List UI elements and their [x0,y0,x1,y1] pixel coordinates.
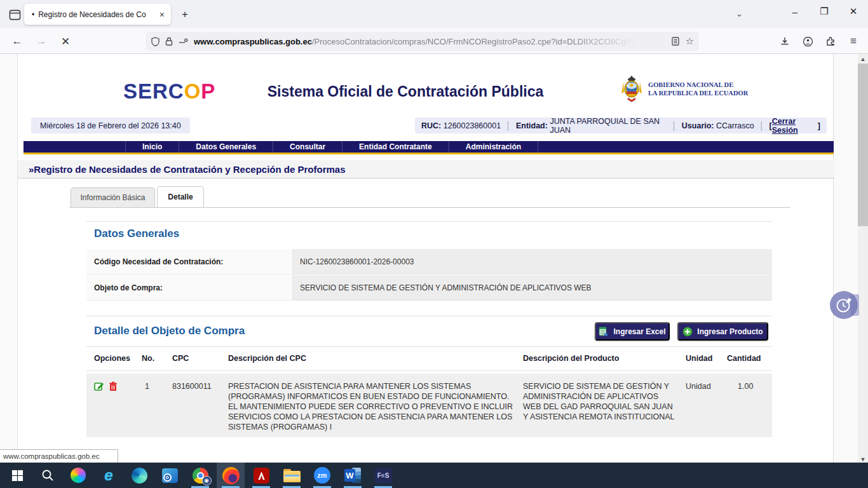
clock-rocket-icon [834,295,853,315]
nav-item-administracion[interactable]: Administración [449,141,538,152]
floating-clock-widget[interactable] [830,291,858,319]
edit-icon[interactable] [94,381,104,391]
zoom-icon: zm [314,467,330,484]
taskbar-outlook-button[interactable]: o [156,463,184,488]
copilot-icon [71,468,86,483]
taskbar-edge-button[interactable] [125,463,153,488]
status-link-preview: www.compraspublicas.gob.ec [0,449,118,463]
nav-item-inicio[interactable]: Inicio [125,141,179,152]
firefox-icon [222,467,240,484]
taskbar-word-button[interactable]: W [339,463,367,488]
internet-explorer-icon: e [104,466,112,484]
col-cantidad: Cantidad [727,354,761,363]
panel-top-border [69,207,790,208]
divider [86,316,772,316]
reader-mode-icon[interactable] [672,37,679,46]
window-close-button[interactable]: ✕ [839,0,868,23]
objeto-value: SERVICIO DE SISTEMA DE GESTIÓN Y ADMINIS… [292,275,772,301]
ingresar-excel-label: Ingresar Excel [613,327,665,336]
stop-loading-icon[interactable]: ✕ [57,33,74,50]
cell-unidad: Unidad [686,381,711,391]
user-value: CCarrasco [716,121,754,130]
url-bar[interactable]: www.compraspublicas.gob.ec/ProcesoContra… [146,32,699,51]
forward-icon[interactable]: → [33,33,50,50]
col-opciones: Opciones [94,354,130,363]
field-row-codigo: Código Necesidad de Contratación: NIC-12… [86,249,772,274]
page-body: SERCOP Sistema Oficial de Contratación P… [17,54,834,464]
datos-generales-heading: Datos Generales [94,227,179,240]
scroll-up-icon[interactable]: ▲ [858,54,868,64]
tab-informacion-basica[interactable]: Información Básica [71,187,155,207]
back-icon[interactable]: ← [9,33,25,50]
taskbar-search-button[interactable] [34,463,62,488]
divider [86,221,772,222]
col-desc-cpc: Descripción del CPC [228,354,306,363]
file-explorer-icon [283,469,301,482]
codigo-value: NIC-1260023860001-2026-00003 [292,249,772,274]
gov-line1: GOBIERNO NACIONAL DE [648,81,748,89]
word-icon: W [344,468,361,483]
system-title: Sistema Oficial de Contratación Pública [208,83,602,100]
menu-hamburger-icon[interactable]: ≡ [845,33,862,50]
taskbar-acrobat-button[interactable] [247,463,275,488]
taskbar-fes-button[interactable]: F≡S [369,463,397,488]
new-tab-button[interactable]: + [178,8,192,22]
separator: │ [759,121,764,130]
extensions-puzzle-icon[interactable] [822,33,839,50]
field-row-objeto: Objeto de Compra: SERVICIO DE SISTEMA DE… [86,275,772,301]
bookmark-star-icon[interactable]: ☆ [686,36,694,47]
taskbar-chrome-button[interactable]: ◉ [186,463,214,488]
detalle-heading: Detalle del Objeto de Compra [94,325,245,337]
lock-icon[interactable] [165,37,173,46]
vertical-scrollbar[interactable]: ▲ ▼ [858,54,868,464]
ingresar-producto-label: Ingresar Producto [697,327,763,336]
table-header-row: Opciones No. CPC Descripción del CPC Des… [18,354,834,367]
taskbar-explorer-button[interactable] [278,463,306,488]
taskbar-ie-button[interactable]: e [95,463,123,488]
sercop-logo-serc: SERC [123,79,184,103]
edge-icon [132,468,147,484]
nav-item-consultar[interactable]: Consultar [273,141,342,152]
firefox-view-icon[interactable] [6,6,23,23]
nav-item-entidad-contratante[interactable]: Entidad Contratante [342,141,449,152]
tab-unsaved-indicator: • [32,10,34,19]
cell-no: 1 [145,381,149,391]
col-unidad: Unidad [686,354,712,363]
tab-close-icon[interactable]: × [158,10,166,20]
main-nav: Inicio Datos Generales Consultar Entidad… [24,141,834,154]
logout-link[interactable]: Cerrar Sesión [772,117,818,135]
cell-cpc-desc: PRESTACION DE ASISTENCIA PARA MANTENER L… [228,381,513,432]
windows-logo-icon [11,470,24,482]
nav-item-datos-generales[interactable]: Datos Generales [179,141,273,152]
window-minimize-button[interactable]: – [780,0,810,23]
permissions-icon[interactable] [179,38,188,44]
objeto-label: Objeto de Compra: [86,275,290,301]
ingresar-producto-button[interactable]: Ingresar Producto [677,322,768,341]
sercop-logo: SERCOP [123,79,215,104]
taskbar-copilot-button[interactable] [64,463,92,488]
cell-cantidad: 1.00 [738,381,753,391]
tab-detalle[interactable]: Detalle [157,186,204,207]
shield-icon[interactable] [151,37,159,46]
separator: │ [506,121,511,130]
datetime-chip: Miércoles 18 de Febrero del 2026 13:40 [31,118,190,133]
excel-icon [599,327,609,337]
start-button[interactable] [3,463,31,488]
account-icon[interactable] [799,33,816,50]
downloads-icon[interactable] [776,33,793,50]
browser-tab[interactable]: • Registro de Necesidades de Co × [24,4,171,25]
delete-trash-icon[interactable] [109,381,119,391]
row-actions [94,381,119,393]
url-text[interactable]: www.compraspublicas.gob.ec/ProcesoContra… [194,37,669,46]
entity-label: Entidad: [516,121,548,130]
window-restore-button[interactable]: ❐ [810,0,839,23]
logout-bracket-close: ] [818,121,820,130]
ingresar-excel-button[interactable]: Ingresar Excel [595,322,670,341]
tab-list-chevron-icon[interactable]: ⌄ [736,9,743,18]
screen: • Registro de Necesidades de Co × + ⌄ – … [0,0,868,488]
separator: │ [672,121,677,130]
url-path: /ProcesoContratacion/compras/NCO/FrmNCOR… [312,37,646,46]
taskbar-firefox-button[interactable] [217,463,245,488]
scrollbar-thumb[interactable] [858,64,868,226]
taskbar-zoom-button[interactable]: zm [308,463,336,488]
